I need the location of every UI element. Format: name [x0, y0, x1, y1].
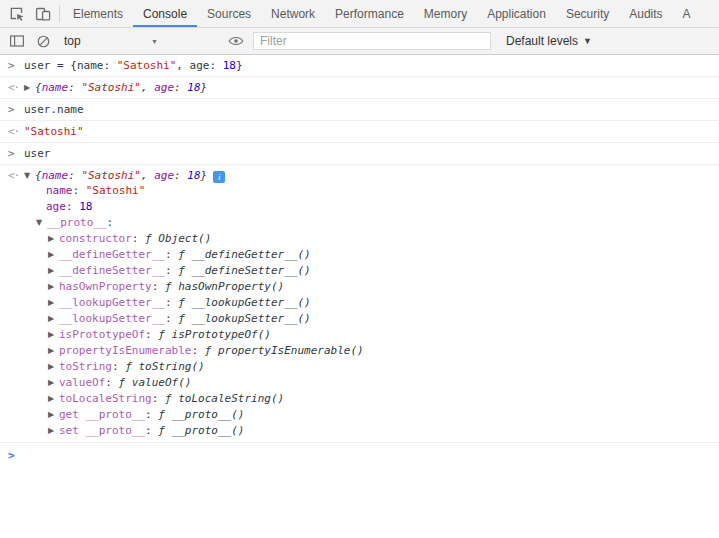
twisty-closed-icon[interactable]: ▶ — [48, 375, 59, 391]
twisty-closed-icon[interactable]: ▶ — [48, 311, 59, 327]
result-marker-icon: <· — [8, 81, 24, 95]
chevron-down-icon: ▼ — [583, 36, 592, 46]
tab-audits[interactable]: Audits — [619, 0, 672, 27]
seg-dimkey: get __proto__ — [59, 408, 145, 421]
seg-number: 18 — [79, 200, 92, 213]
seg-number: 18 — [223, 59, 236, 72]
input-marker-icon: > — [8, 59, 24, 73]
clear-console-icon — [36, 34, 51, 49]
tree-row: ▶isPrototypeOf: ƒ isPrototypeOf() — [0, 327, 719, 343]
console-text: toLocaleString: ƒ toLocaleString() — [59, 392, 284, 405]
tree-row: ▶toLocaleString: ƒ toLocaleString() — [0, 391, 719, 407]
seg-dimkey: isPrototypeOf — [59, 328, 145, 341]
inspect-element-button[interactable] — [4, 0, 30, 27]
twisty-closed-icon[interactable]: ▶ — [48, 279, 59, 295]
seg-dimkey: __defineSetter__ — [59, 264, 165, 277]
twisty-open-icon[interactable]: ▼ — [36, 215, 47, 231]
twisty-closed-icon[interactable]: ▶ — [24, 81, 35, 95]
result-marker-icon: <· — [8, 125, 24, 139]
twisty-closed-icon[interactable]: ▶ — [48, 295, 59, 311]
seg-key: age — [46, 200, 66, 213]
info-icon[interactable]: i — [213, 171, 225, 183]
console-text: __lookupSetter__: ƒ __lookupSetter__() — [59, 312, 311, 325]
console-sidebar-toggle-button[interactable] — [4, 33, 30, 49]
twisty-closed-icon[interactable]: ▶ — [48, 247, 59, 263]
console-row: > — [0, 449, 719, 463]
console-text: valueOf: ƒ valueOf() — [59, 376, 191, 389]
input-marker-icon: > — [8, 103, 24, 117]
tabbar-divider — [59, 5, 60, 22]
tree-row: ▶constructor: ƒ Object() — [0, 231, 719, 247]
log-levels-dropdown[interactable]: Default levels ▼ — [506, 34, 592, 48]
seg-key: name — [42, 81, 69, 94]
tab-network[interactable]: Network — [261, 0, 325, 27]
console-row: <·▶{name: "Satoshi", age: 18} — [0, 81, 719, 95]
devtools-window: ElementsConsoleSourcesNetworkPerformance… — [0, 0, 719, 538]
console-text: name: "Satoshi" — [46, 184, 145, 197]
seg-plain: : — [66, 200, 79, 213]
seg-dimkey: toString — [59, 360, 112, 373]
console-text: {name: "Satoshi", age: 18} — [35, 81, 207, 94]
twisty-closed-icon[interactable]: ▶ — [48, 231, 59, 247]
twisty-open-icon[interactable]: ▼ — [24, 169, 35, 183]
console-entry-input: >user.name — [0, 99, 719, 121]
device-toolbar-button[interactable] — [30, 0, 56, 27]
console-input[interactable]: > — [0, 443, 719, 466]
seg-fn: ƒ isPrototypeOf() — [158, 328, 271, 341]
seg-plain: : — [112, 360, 125, 373]
console-text: __proto__: — [47, 216, 113, 229]
tab-performance[interactable]: Performance — [325, 0, 414, 27]
seg-plain: user — [24, 147, 51, 160]
seg-fn: ƒ __lookupGetter__() — [178, 296, 310, 309]
console-row: <·▼{name: "Satoshi", age: 18}i — [0, 169, 719, 183]
seg-fn: ƒ toLocaleString() — [165, 392, 284, 405]
console-text: isPrototypeOf: ƒ isPrototypeOf() — [59, 328, 271, 341]
console-messages[interactable]: >user = {name: "Satoshi", age: 18}<·▶{na… — [0, 55, 719, 538]
tree-row: ▶__lookupGetter__: ƒ __lookupGetter__() — [0, 295, 719, 311]
tab-a[interactable]: A — [673, 0, 701, 27]
tree-row: ▶__defineSetter__: ƒ __defineSetter__() — [0, 263, 719, 279]
tab-console[interactable]: Console — [133, 0, 197, 27]
tree-row: ▶set __proto__: ƒ __proto__() — [0, 423, 719, 439]
seg-dimkey: set __proto__ — [59, 424, 145, 437]
filter-input[interactable] — [253, 32, 491, 50]
tab-sources[interactable]: Sources — [197, 0, 261, 27]
seg-plain: : — [152, 392, 165, 405]
live-expression-button[interactable] — [223, 33, 249, 49]
tab-memory[interactable]: Memory — [414, 0, 477, 27]
twisty-closed-icon[interactable]: ▶ — [48, 407, 59, 423]
seg-plain: : — [165, 296, 178, 309]
clear-console-button[interactable] — [30, 34, 56, 49]
console-text: user — [24, 147, 51, 160]
tab-security[interactable]: Security — [556, 0, 619, 27]
tree-row: ▶get __proto__: ƒ __proto__() — [0, 407, 719, 423]
seg-fn: ƒ __proto__() — [158, 408, 244, 421]
twisty-closed-icon[interactable]: ▶ — [48, 423, 59, 439]
seg-string: "Satoshi" — [24, 125, 84, 138]
seg-dimkey: hasOwnProperty — [59, 280, 152, 293]
console-text: user.name — [24, 103, 84, 116]
seg-plain: , — [141, 81, 154, 94]
console-text: constructor: ƒ Object() — [59, 232, 211, 245]
twisty-closed-icon[interactable]: ▶ — [48, 327, 59, 343]
console-row: <·"Satoshi" — [0, 125, 719, 139]
seg-plain: : — [145, 328, 158, 341]
twisty-closed-icon[interactable]: ▶ — [48, 359, 59, 375]
tree-row: name: "Satoshi" — [0, 183, 719, 199]
seg-dimkey: constructor — [59, 232, 132, 245]
seg-key: age — [154, 169, 174, 182]
tab-application[interactable]: Application — [477, 0, 556, 27]
execution-context-selector[interactable]: top ▼ — [64, 34, 158, 48]
twisty-closed-icon[interactable]: ▶ — [48, 391, 59, 407]
seg-plain: : — [68, 81, 81, 94]
console-row: >user — [0, 147, 719, 161]
twisty-closed-icon[interactable]: ▶ — [48, 343, 59, 359]
tab-strip: ElementsConsoleSourcesNetworkPerformance… — [63, 0, 719, 27]
tree-row: age: 18 — [0, 199, 719, 215]
console-text: set __proto__: ƒ __proto__() — [59, 424, 244, 437]
seg-plain: , — [141, 169, 154, 182]
seg-plain: user.name — [24, 103, 84, 116]
seg-plain: : — [145, 408, 158, 421]
tab-elements[interactable]: Elements — [63, 0, 133, 27]
twisty-closed-icon[interactable]: ▶ — [48, 263, 59, 279]
